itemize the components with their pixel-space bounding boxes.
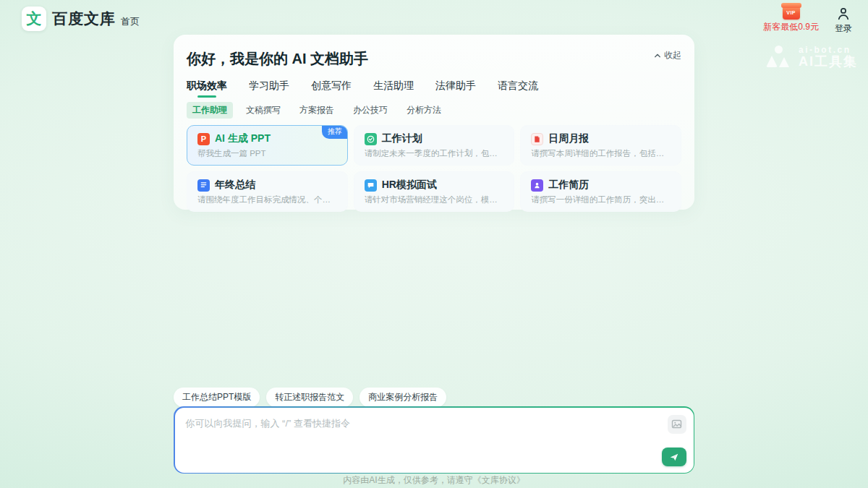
gift-vip-icon: VIP bbox=[783, 6, 800, 20]
vip-promo[interactable]: VIP 新客最低0.9元 bbox=[763, 6, 819, 35]
collapse-button[interactable]: 收起 bbox=[654, 49, 681, 61]
resume-icon bbox=[531, 179, 543, 192]
recommend-badge: 推荐 bbox=[322, 125, 348, 139]
card-hr-mock-interview[interactable]: HR模拟面试 请针对市场营销经理这个岗位，模拟一场真实… bbox=[354, 171, 515, 212]
watermark-domain: ai-bot.cn bbox=[799, 46, 858, 55]
brand-name: 百度文库 bbox=[52, 9, 116, 29]
ai-disclaimer: 内容由AI生成，仅供参考，请遵守《文库协议》 bbox=[174, 474, 694, 487]
quick-task-cards: 推荐 P AI 生成 PPT 帮我生成一篇 PPT 工作计划 请制定未来一季度的… bbox=[187, 125, 681, 212]
tab-workplace-efficiency[interactable]: 职场效率 bbox=[187, 80, 227, 98]
chip-probation-report[interactable]: 转正述职报告范文 bbox=[266, 388, 353, 407]
image-icon bbox=[671, 419, 682, 429]
card-desc: 请针对市场营销经理这个岗位，模拟一场真实… bbox=[365, 194, 506, 205]
tab-language-exchange[interactable]: 语言交流 bbox=[498, 80, 538, 98]
card-daily-weekly-report[interactable]: 日周月报 请撰写本周详细的工作报告，包括工作内容、… bbox=[520, 125, 681, 166]
send-button[interactable] bbox=[662, 448, 686, 466]
nav-home[interactable]: 首页 bbox=[121, 15, 140, 28]
ai-bot-watermark: ai-bot.cn AI工具集 bbox=[765, 45, 858, 69]
prompt-input[interactable] bbox=[175, 408, 694, 473]
category-tabs: 职场效率 学习助手 创意写作 生活助理 法律助手 语言交流 bbox=[187, 80, 681, 98]
sub-category-pills: 工作助理 文稿撰写 方案报告 办公技巧 分析方法 bbox=[187, 102, 681, 119]
tab-study-helper[interactable]: 学习助手 bbox=[249, 80, 289, 98]
chevron-up-icon bbox=[654, 52, 661, 59]
card-title: 日周月报 bbox=[548, 132, 589, 145]
report-icon bbox=[531, 133, 543, 145]
card-desc: 帮我生成一篇 PPT bbox=[197, 148, 339, 159]
pill-manuscript-writing[interactable]: 文稿撰写 bbox=[240, 102, 286, 119]
user-icon bbox=[835, 6, 851, 22]
login-label: 登录 bbox=[835, 22, 852, 35]
ppt-icon: P bbox=[197, 133, 210, 145]
wenku-brand[interactable]: 文 百度文库 bbox=[22, 7, 116, 31]
ai-bot-logo-icon bbox=[765, 45, 793, 69]
card-title: 工作简历 bbox=[548, 179, 589, 192]
summary-icon bbox=[197, 179, 210, 192]
watermark-name: AI工具集 bbox=[799, 55, 858, 69]
disclaimer-text: 内容由AI生成，仅供参考，请遵守 bbox=[343, 475, 472, 485]
card-year-end-summary[interactable]: 年终总结 请围绕年度工作目标完成情况、个人能力提升… bbox=[187, 171, 348, 212]
suggestion-chips: 工作总结PPT模版 转正述职报告范文 商业案例分析报告 bbox=[174, 388, 446, 407]
top-header: 文 百度文库 首页 VIP 新客最低0.9元 登录 bbox=[0, 0, 868, 39]
card-work-resume[interactable]: 工作简历 请撰写一份详细的工作简历，突出您的教育背… bbox=[520, 171, 681, 212]
upload-image-button[interactable] bbox=[668, 415, 686, 434]
card-desc: 请撰写一份详细的工作简历，突出您的教育背… bbox=[531, 194, 672, 205]
card-desc: 请撰写本周详细的工作报告，包括工作内容、… bbox=[531, 148, 672, 159]
card-title: 工作计划 bbox=[382, 132, 422, 145]
card-desc: 请制定未来一季度的工作计划，包括明确目标… bbox=[365, 148, 506, 159]
card-title: 年终总结 bbox=[215, 179, 255, 192]
promo-text: 新客最低0.9元 bbox=[763, 21, 819, 33]
card-title: AI 生成 PPT bbox=[215, 132, 271, 145]
login-button[interactable]: 登录 bbox=[835, 6, 852, 35]
card-title: HR模拟面试 bbox=[382, 179, 437, 192]
chip-business-case-analysis[interactable]: 商业案例分析报告 bbox=[359, 388, 446, 407]
prompt-inputbox bbox=[174, 406, 694, 474]
assistant-title: 你好，我是你的 AI 文档助手 bbox=[187, 49, 681, 69]
plan-icon bbox=[365, 133, 377, 145]
card-ai-generate-ppt[interactable]: 推荐 P AI 生成 PPT 帮我生成一篇 PPT bbox=[187, 125, 348, 166]
chip-work-summary-ppt[interactable]: 工作总结PPT模版 bbox=[174, 388, 260, 407]
interview-icon bbox=[365, 179, 377, 192]
card-work-plan[interactable]: 工作计划 请制定未来一季度的工作计划，包括明确目标… bbox=[354, 125, 515, 166]
wenku-logo-icon: 文 bbox=[22, 7, 46, 31]
pill-proposal-report[interactable]: 方案报告 bbox=[294, 102, 340, 119]
tab-creative-writing[interactable]: 创意写作 bbox=[311, 80, 352, 98]
ai-assistant-panel: 你好，我是你的 AI 文档助手 收起 职场效率 学习助手 创意写作 生活助理 法… bbox=[174, 35, 694, 210]
tab-life-assistant[interactable]: 生活助理 bbox=[373, 80, 414, 98]
wenku-agreement-link[interactable]: 《文库协议》 bbox=[473, 475, 525, 485]
paper-plane-icon bbox=[669, 452, 679, 462]
pill-office-tips[interactable]: 办公技巧 bbox=[347, 102, 393, 119]
card-desc: 请围绕年度工作目标完成情况、个人能力提升… bbox=[197, 194, 339, 205]
pill-analysis-method[interactable]: 分析方法 bbox=[401, 102, 447, 119]
pill-work-assistant[interactable]: 工作助理 bbox=[187, 102, 233, 119]
tab-legal-helper[interactable]: 法律助手 bbox=[435, 80, 476, 98]
